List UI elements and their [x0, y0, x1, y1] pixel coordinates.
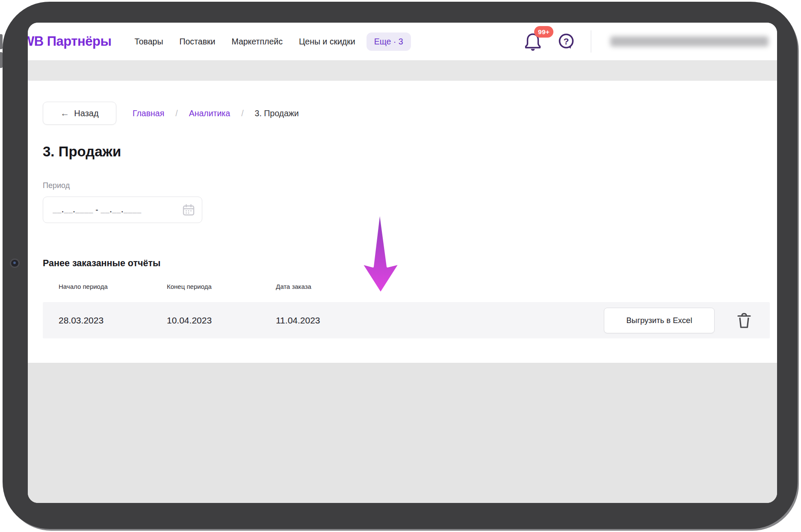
breadcrumb: Главная / Аналитика / 3. Продажи [133, 109, 299, 118]
back-button-label: Назад [74, 109, 98, 118]
export-to-excel-button[interactable]: Выгрузить в Excel [604, 308, 715, 333]
calendar-icon[interactable] [182, 203, 195, 216]
tablet-camera [11, 260, 18, 267]
nav-item-prices-discounts[interactable]: Цены и скидки [299, 37, 355, 47]
back-arrow-icon: ← [60, 108, 69, 118]
help-button[interactable]: ? [557, 32, 575, 50]
period-filter-label: Период [43, 181, 777, 190]
nav-item-supplies[interactable]: Поставки [179, 37, 215, 47]
topbar-right-group: 99+ ? [524, 30, 772, 53]
notifications-button[interactable]: 99+ [524, 31, 542, 52]
cell-period-start: 28.03.2023 [59, 315, 167, 326]
header-separator-band [28, 60, 777, 81]
page-footer-area [28, 363, 777, 503]
svg-text:?: ? [564, 36, 569, 46]
user-account-name-blurred[interactable] [610, 36, 768, 47]
trash-icon [736, 312, 752, 329]
breadcrumb-item-analytics[interactable]: Аналитика [189, 109, 231, 118]
page-content: ← Назад Главная / Аналитика / 3. Продажи… [28, 81, 777, 363]
top-navigation-bar: WB Партнёры Товары Поставки Маркетплейс … [28, 23, 777, 60]
app-screen: WB Партнёры Товары Поставки Маркетплейс … [28, 23, 777, 503]
period-date-range-field [43, 197, 202, 223]
page-title: 3. Продажи [43, 144, 777, 160]
nav-item-marketplace[interactable]: Маркетплейс [231, 37, 282, 47]
reports-section-title: Ранее заказанные отчёты [43, 258, 777, 269]
breadcrumb-row: ← Назад Главная / Аналитика / 3. Продажи [43, 81, 777, 125]
main-nav: Товары Поставки Маркетплейс Цены и скидк… [134, 37, 355, 47]
question-circle-icon: ? [557, 32, 575, 50]
breadcrumb-separator: / [241, 109, 243, 118]
cell-order-date: 11.04.2023 [276, 315, 604, 326]
breadcrumb-item-home[interactable]: Главная [133, 109, 164, 118]
cell-period-end: 10.04.2023 [167, 315, 276, 326]
column-header-period-end: Конец периода [167, 283, 276, 290]
breadcrumb-item-current: 3. Продажи [255, 109, 299, 118]
report-table-row: 28.03.2023 10.04.2023 11.04.2023 Выгрузи… [43, 302, 770, 338]
nav-more-chip[interactable]: Еще · 3 [367, 32, 411, 51]
notifications-badge: 99+ [534, 26, 553, 38]
reports-table-header: Начало периода Конец периода Дата заказа [43, 283, 770, 290]
topbar-divider [591, 30, 591, 53]
back-button[interactable]: ← Назад [43, 102, 116, 125]
tablet-frame: WB Партнёры Товары Поставки Маркетплейс … [3, 2, 798, 529]
wb-partners-logo[interactable]: WB Партнёры [28, 34, 111, 49]
column-header-order-date: Дата заказа [276, 283, 770, 290]
nav-item-goods[interactable]: Товары [134, 37, 163, 47]
period-date-range-input[interactable] [43, 197, 202, 223]
delete-report-button[interactable] [736, 312, 752, 329]
breadcrumb-separator: / [175, 109, 177, 118]
screenshot-stage: WB Партнёры Товары Поставки Маркетплейс … [0, 0, 801, 532]
column-header-period-start: Начало периода [59, 283, 167, 290]
